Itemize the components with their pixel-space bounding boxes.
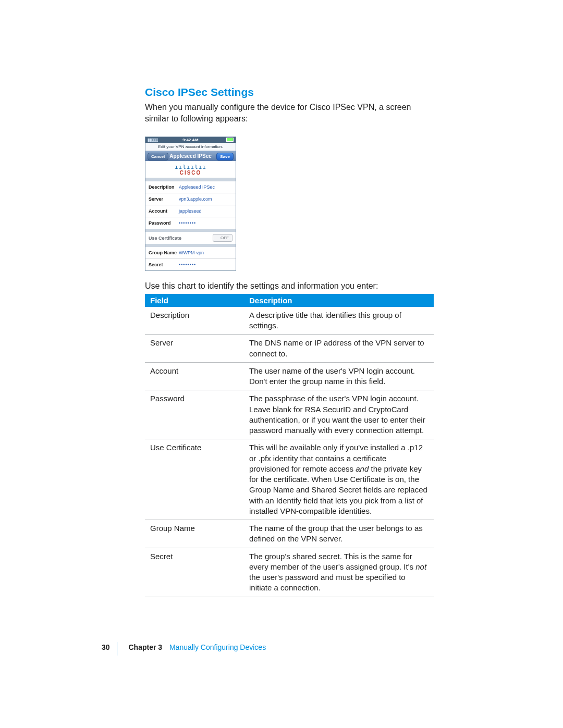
nav-bar: Cancel Appleseed IPSec Save — [145, 151, 236, 161]
settings-table: Field Description Description A descript… — [145, 294, 434, 597]
table-row: Use Certificate This will be available o… — [145, 439, 434, 520]
intro-paragraph: When you manually configure the device f… — [145, 102, 434, 124]
th-field: Field — [145, 294, 244, 307]
status-time: 9:42 AM — [182, 138, 198, 142]
chapter-name: Manually Configuring Devices — [169, 643, 266, 651]
label-use-certificate: Use Certificate — [149, 236, 213, 241]
label-description: Description — [149, 184, 179, 190]
value-password: •••••••• — [179, 220, 196, 226]
page-number: 30 — [102, 643, 110, 651]
row-description[interactable]: Description Appleseed IPSec — [145, 181, 236, 193]
label-secret: Secret — [149, 262, 179, 267]
nav-title: Appleseed IPSec — [169, 153, 212, 159]
cell-field: Description — [145, 307, 244, 335]
table-row: Account The user name of the user's VPN … — [145, 362, 434, 390]
value-group-name: WWPM-vpn — [179, 250, 204, 255]
label-group-name: Group Name — [149, 250, 179, 255]
table-row: Server The DNS name or IP address of the… — [145, 335, 434, 363]
row-password[interactable]: Password •••••••• — [145, 217, 236, 229]
status-bar: ▮▮▯▯▯ 9:42 AM — [145, 137, 236, 143]
page-footer: 30 Chapter 3 Manually Configuring Device… — [102, 643, 266, 651]
cell-desc: The passphrase of the user's VPN login a… — [244, 390, 434, 439]
chart-intro: Use this chart to identify the settings … — [145, 280, 434, 292]
cell-desc: The DNS name or IP address of the VPN se… — [244, 335, 434, 363]
row-secret[interactable]: Secret •••••••• — [145, 258, 236, 270]
row-group-name[interactable]: Group Name WWPM-vpn — [145, 247, 236, 258]
table-row: Group Name The name of the group that th… — [145, 520, 434, 548]
cisco-bars-icon: ıılıılıı — [145, 164, 236, 170]
edit-subtitle: Edit your VPN account information. — [145, 143, 236, 151]
label-password: Password — [149, 220, 179, 226]
value-account: jappleseed — [179, 208, 202, 214]
cell-field: Account — [145, 362, 244, 390]
value-secret: •••••••• — [179, 262, 196, 267]
vpn-screenshot: ▮▮▯▯▯ 9:42 AM Edit your VPN account info… — [145, 137, 236, 271]
save-button[interactable]: Save — [216, 153, 234, 161]
page: Cisco IPSec Settings When you manually c… — [0, 0, 563, 728]
cell-field: Server — [145, 335, 244, 363]
value-description: Appleseed IPSec — [179, 184, 215, 190]
battery-icon — [226, 138, 234, 142]
th-description: Description — [244, 294, 434, 307]
cell-desc: The group's shared secret. This is the s… — [244, 548, 434, 597]
table-row: Secret The group's shared secret. This i… — [145, 548, 434, 597]
use-certificate-switch[interactable]: OFF — [213, 234, 232, 242]
cell-field: Secret — [145, 548, 244, 597]
table-row: Description A descriptive title that ide… — [145, 307, 434, 335]
row-account[interactable]: Account jappleseed — [145, 205, 236, 217]
cell-desc: The user name of the user's VPN login ac… — [244, 362, 434, 390]
signal-icon: ▮▮▯▯▯ — [148, 138, 158, 142]
cancel-button[interactable]: Cancel — [148, 153, 168, 161]
cisco-logo: ıılıılıı CISCO — [145, 161, 236, 178]
cell-field: Group Name — [145, 520, 244, 548]
label-server: Server — [149, 196, 179, 202]
cell-desc: This will be available only if you've in… — [244, 439, 434, 520]
row-use-certificate[interactable]: Use Certificate OFF — [145, 232, 236, 244]
section-heading: Cisco IPSec Settings — [145, 86, 434, 98]
row-server[interactable]: Server vpn3.apple.com — [145, 193, 236, 205]
cell-desc: The name of the group that the user belo… — [244, 520, 434, 548]
table-row: Password The passphrase of the user's VP… — [145, 390, 434, 439]
cell-desc: A descriptive title that identifies this… — [244, 307, 434, 335]
value-server: vpn3.apple.com — [179, 196, 212, 202]
cell-field: Use Certificate — [145, 439, 244, 520]
label-account: Account — [149, 208, 179, 214]
cisco-wordmark: CISCO — [145, 170, 236, 176]
cell-field: Password — [145, 390, 244, 439]
chapter-label: Chapter 3 — [128, 643, 162, 651]
